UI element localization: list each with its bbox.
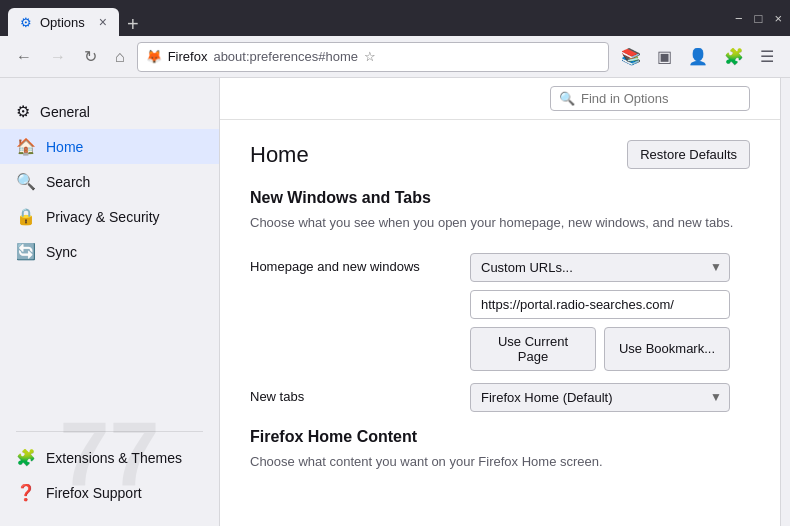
sidebar-item-search[interactable]: 🔍 Search — [0, 164, 219, 199]
homepage-label: Homepage and new windows — [250, 253, 450, 274]
address-path: about:preferences#home — [213, 49, 358, 64]
reload-button[interactable]: ↻ — [78, 43, 103, 70]
forward-button[interactable]: → — [44, 44, 72, 70]
new-tabs-select[interactable]: Firefox Home (Default) — [470, 383, 730, 412]
sidebar-item-privacy[interactable]: 🔒 Privacy & Security — [0, 199, 219, 234]
new-tabs-select-wrapper: Firefox Home (Default) ▼ — [470, 383, 730, 412]
sidebar-item-label-home: Home — [46, 139, 83, 155]
sidebar: 77 ⚙ General 🏠 Home 🔍 Search 🔒 Privacy &… — [0, 78, 220, 526]
content-area: 🔍 Home Restore Defaults New Windows and … — [220, 78, 780, 526]
find-input-wrapper: 🔍 — [550, 86, 750, 111]
sidebar-item-label-search: Search — [46, 174, 90, 190]
gear-icon: ⚙ — [16, 102, 30, 121]
titlebar: ⚙ Options × + − □ × — [0, 0, 790, 36]
options-tab[interactable]: ⚙ Options × — [8, 8, 119, 36]
content-header: Home Restore Defaults — [250, 140, 750, 169]
section-desc-1: Choose what you see when you open your h… — [250, 213, 750, 233]
sidebar-separator — [16, 431, 203, 432]
find-input[interactable] — [581, 91, 741, 106]
new-tabs-label: New tabs — [250, 383, 450, 404]
page-title: Home — [250, 142, 309, 168]
search-nav-icon: 🔍 — [16, 172, 36, 191]
sidebar-item-label-extensions: Extensions & Themes — [46, 450, 182, 466]
address-origin: Firefox — [168, 49, 208, 64]
tab-favicon-icon: ⚙ — [20, 15, 32, 30]
homepage-url-input[interactable] — [470, 290, 730, 319]
sidebar-item-label-general: General — [40, 104, 90, 120]
new-tabs-row: New tabs Firefox Home (Default) ▼ — [250, 383, 750, 412]
restore-defaults-button[interactable]: Restore Defaults — [627, 140, 750, 169]
sync-icon: 🔄 — [16, 242, 36, 261]
sidebar-item-label-support: Firefox Support — [46, 485, 142, 501]
sidebar-item-home[interactable]: 🏠 Home — [0, 129, 219, 164]
sidebar-item-support[interactable]: ❓ Firefox Support — [0, 475, 219, 510]
new-tabs-controls: Firefox Home (Default) ▼ — [470, 383, 750, 412]
homepage-row: Homepage and new windows Custom URLs... … — [250, 253, 750, 371]
sidebar-item-sync[interactable]: 🔄 Sync — [0, 234, 219, 269]
tab-label: Options — [40, 15, 85, 30]
find-icon: 🔍 — [559, 91, 575, 106]
extensions-button[interactable]: 🧩 — [718, 43, 750, 70]
home-icon: 🏠 — [16, 137, 36, 156]
sidebar-main-items: ⚙ General 🏠 Home 🔍 Search 🔒 Privacy & Se… — [0, 94, 219, 413]
toolbar-icons: 📚 ▣ 👤 🧩 ☰ — [615, 43, 780, 70]
menu-button[interactable]: ☰ — [754, 43, 780, 70]
homepage-select-wrapper: Custom URLs... ▼ — [470, 253, 730, 282]
support-icon: ❓ — [16, 483, 36, 502]
close-window-button[interactable]: × — [774, 11, 782, 26]
bookmark-star-icon[interactable]: ☆ — [364, 49, 376, 64]
account-button[interactable]: 👤 — [682, 43, 714, 70]
find-bar: 🔍 — [220, 78, 780, 120]
lock-icon: 🔒 — [16, 207, 36, 226]
back-button[interactable]: ← — [10, 44, 38, 70]
homepage-btn-row: Use Current Page Use Bookmark... — [470, 327, 730, 371]
sidebar-item-label-sync: Sync — [46, 244, 77, 260]
homepage-select[interactable]: Custom URLs... — [470, 253, 730, 282]
address-favicon-icon: 🦊 — [146, 49, 162, 64]
section-desc-2: Choose what content you want on your Fir… — [250, 452, 750, 472]
sidebar-item-general[interactable]: ⚙ General — [0, 94, 219, 129]
section-title-2: Firefox Home Content — [250, 428, 750, 446]
sidebar-item-label-privacy: Privacy & Security — [46, 209, 160, 225]
sidebar-flex: 77 ⚙ General 🏠 Home 🔍 Search 🔒 Privacy &… — [0, 94, 219, 510]
use-current-page-button[interactable]: Use Current Page — [470, 327, 596, 371]
scroll-track — [780, 78, 790, 526]
content-inner: Home Restore Defaults New Windows and Ta… — [220, 120, 780, 511]
tab-area: ⚙ Options × + — [8, 0, 735, 36]
main-layout: 77 ⚙ General 🏠 Home 🔍 Search 🔒 Privacy &… — [0, 78, 790, 526]
library-button[interactable]: 📚 — [615, 43, 647, 70]
section-title-1: New Windows and Tabs — [250, 189, 750, 207]
home-button[interactable]: ⌂ — [109, 44, 131, 70]
window-controls: − □ × — [735, 11, 782, 26]
tab-close-button[interactable]: × — [99, 15, 107, 29]
sidebar-bottom: 🧩 Extensions & Themes ❓ Firefox Support — [0, 413, 219, 510]
homepage-controls: Custom URLs... ▼ Use Current Page Use Bo… — [470, 253, 750, 371]
firefox-home-section: Firefox Home Content Choose what content… — [250, 428, 750, 472]
address-bar[interactable]: 🦊 Firefox about:preferences#home ☆ — [137, 42, 609, 72]
sidebar-toggle-button[interactable]: ▣ — [651, 43, 678, 70]
use-bookmark-button[interactable]: Use Bookmark... — [604, 327, 730, 371]
extensions-nav-icon: 🧩 — [16, 448, 36, 467]
minimize-button[interactable]: − — [735, 11, 743, 26]
new-windows-section: New Windows and Tabs Choose what you see… — [250, 189, 750, 412]
sidebar-item-extensions[interactable]: 🧩 Extensions & Themes — [0, 440, 219, 475]
navbar: ← → ↻ ⌂ 🦊 Firefox about:preferences#home… — [0, 36, 790, 78]
maximize-button[interactable]: □ — [755, 11, 763, 26]
new-tab-button[interactable]: + — [127, 13, 139, 36]
